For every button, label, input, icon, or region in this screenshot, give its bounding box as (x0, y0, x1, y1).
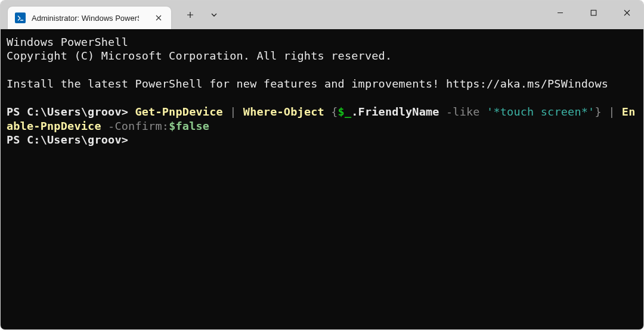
tab-actions (178, 1, 226, 29)
banner-line: Install the latest PowerShell for new fe… (7, 77, 608, 90)
pipe: | (230, 105, 236, 118)
boolean: $false (169, 120, 209, 132)
tab-dropdown-button[interactable] (202, 3, 226, 27)
string: '*touch screen*' (480, 105, 595, 118)
cmdlet: Get-PnpDevice (135, 105, 230, 118)
maximize-button[interactable] (577, 1, 610, 24)
close-button[interactable] (610, 1, 643, 24)
terminal-output[interactable]: Windows PowerShell Copyright (C) Microso… (1, 29, 643, 329)
property: .FriendlyName (351, 105, 446, 118)
brace: } (595, 105, 601, 118)
svg-rect-0 (591, 10, 596, 15)
prompt: PS C:\Users\groov> (7, 133, 135, 146)
banner-line: Copyright (C) Microsoft Corporation. All… (7, 49, 392, 62)
tab-close-button[interactable] (153, 13, 164, 23)
prompt: PS C:\Users\groov> (7, 105, 135, 118)
powershell-icon (15, 13, 26, 23)
cmdlet: Where-Object (237, 105, 332, 118)
pipe: | (602, 105, 622, 118)
banner-line: Windows PowerShell (7, 36, 128, 48)
tab-title: Administrator: Windows PowerS (32, 14, 139, 23)
variable: $_ (338, 105, 352, 118)
new-tab-button[interactable] (178, 3, 202, 27)
brace: { (331, 105, 338, 118)
operator: -like (446, 105, 480, 118)
titlebar: Administrator: Windows PowerS (1, 1, 643, 29)
window-controls (543, 1, 643, 24)
tab-active[interactable]: Administrator: Windows PowerS (8, 7, 171, 29)
minimize-button[interactable] (543, 1, 577, 24)
parameter: -Confirm: (108, 120, 169, 132)
